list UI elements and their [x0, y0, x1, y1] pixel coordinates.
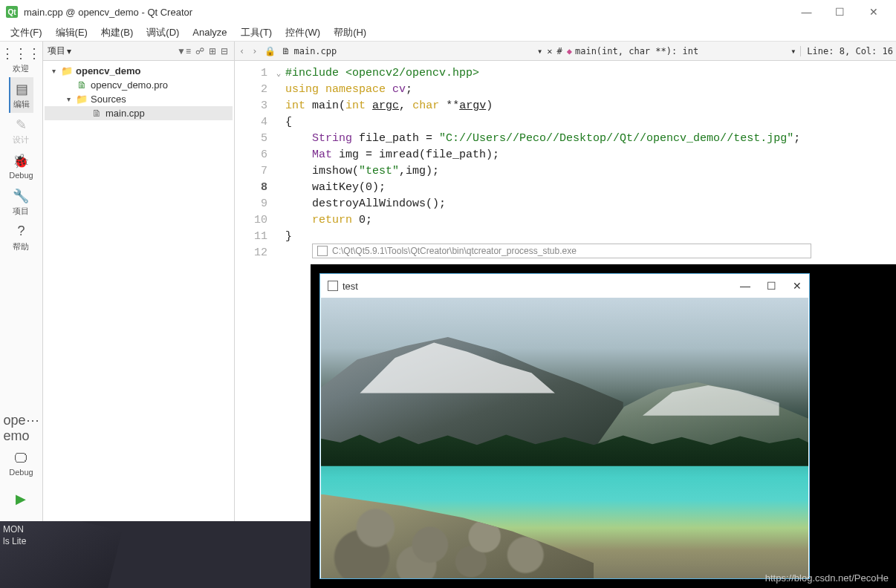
output-black-frame: test — ☐ ✕ https://blog.csdn.net/PecoHe	[311, 264, 896, 588]
nav-label: 项目	[13, 206, 29, 217]
projects-icon: 🔧	[13, 188, 29, 204]
panel-tool-2[interactable]: ⊞	[207, 46, 218, 56]
run-icon: ▶	[13, 491, 29, 507]
design-icon: ✎	[13, 117, 29, 133]
window-minimize-button[interactable]: —	[790, 1, 823, 22]
image-content	[321, 298, 808, 578]
tree-label: main.cpp	[105, 108, 145, 119]
nav-label: Debug	[9, 171, 33, 180]
img-maximize-button[interactable]: ☐	[767, 280, 776, 292]
console-icon	[317, 246, 328, 256]
split-button[interactable]: #	[556, 46, 562, 56]
process-path: C:\Qt\Qt5.9.1\Tools\QtCreator\bin\qtcrea…	[332, 246, 577, 256]
nav-back-button[interactable]: ‹	[238, 46, 246, 56]
process-stub-bar: C:\Qt\Qt5.9.1\Tools\QtCreator\bin\qtcrea…	[312, 244, 811, 258]
nav-label: 设计	[13, 134, 29, 146]
action-run[interactable]: ▶	[9, 481, 33, 517]
mode-sidebar: ⋮⋮⋮欢迎▤编辑✎设计🐞Debug🔧项目?帮助 ope⋯emo🖵Debug▶▶🐞…	[0, 42, 43, 588]
panel-tool-1[interactable]: ☍	[194, 46, 206, 56]
menu-7[interactable]: 帮助(H)	[328, 24, 372, 41]
kit-selector-icon: ope⋯emo	[13, 419, 29, 436]
nav-projects[interactable]: 🔧项目	[9, 184, 33, 220]
img-minimize-button[interactable]: —	[740, 280, 750, 292]
image-window-titlebar[interactable]: test — ☐ ✕	[320, 274, 809, 298]
file-name: main.cpp	[293, 46, 337, 56]
title-bar: Qt main.cpp @ opencv_demo - Qt Creator —…	[0, 0, 896, 24]
menu-2[interactable]: 构建(B)	[95, 24, 139, 41]
tree-caret-icon: ▾	[49, 67, 58, 75]
chevron-down-icon: ▾	[67, 46, 71, 56]
tree-label: opencv_demo	[76, 65, 140, 76]
window-title: main.cpp @ opencv_demo - Qt Creator	[24, 7, 192, 18]
project-panel-dropdown[interactable]: 项目 ▾	[48, 45, 71, 57]
tree-item[interactable]: 🗎main.cpp	[45, 106, 233, 120]
menu-6[interactable]: 控件(W)	[279, 24, 326, 41]
nav-label: 帮助	[13, 241, 29, 252]
nav-design[interactable]: ✎设计	[9, 113, 33, 148]
nav-label: 编辑	[13, 99, 30, 110]
action-kit-selector[interactable]: ope⋯emo	[9, 410, 33, 445]
img-close-button[interactable]: ✕	[793, 280, 802, 292]
tree-item[interactable]: ▾📁opencv_demo	[45, 64, 233, 78]
project-panel: 项目 ▾ ▼≡☍⊞⊟ ▾📁opencv_demo🗎opencv_demo.pro…	[43, 42, 235, 588]
file-dropdown[interactable]: 🗎 main.cpp ▾	[282, 46, 542, 56]
project-panel-header: 项目 ▾ ▼≡☍⊞⊟	[43, 42, 234, 61]
tree-node-icon: 📁	[76, 94, 88, 105]
window-maximize-button[interactable]: ☐	[823, 1, 857, 22]
project-tree[interactable]: ▾📁opencv_demo🗎opencv_demo.pro▾📁Sources🗎m…	[43, 61, 234, 569]
chevron-down-icon: ▾	[537, 46, 542, 56]
welcome-icon: ⋮⋮⋮	[13, 45, 29, 62]
lock-icon: 🔒	[263, 46, 277, 56]
tree-node-icon: 🗎	[91, 108, 103, 119]
help-icon: ?	[13, 223, 29, 240]
build-config-icon: 🖵	[13, 450, 29, 466]
cursor-position: Line: 8, Col: 16	[800, 46, 893, 56]
tree-label: Sources	[91, 94, 126, 105]
debug-icon: 🐞	[13, 153, 29, 169]
action-build-config[interactable]: 🖵Debug	[9, 445, 33, 481]
desktop-background-peek: MON ls Lite	[0, 521, 311, 588]
menu-1[interactable]: 编辑(E)	[50, 24, 94, 41]
nav-help[interactable]: ?帮助	[9, 220, 33, 255]
menu-4[interactable]: Analyze	[186, 25, 233, 39]
desktop-text-1: MON	[3, 524, 24, 535]
chevron-down-icon: ▾	[791, 46, 796, 56]
nav-forward-button[interactable]: ›	[250, 46, 259, 56]
tree-item[interactable]: 🗎opencv_demo.pro	[45, 78, 233, 92]
tree-node-icon: 🗎	[76, 79, 88, 91]
app-icon: Qt	[6, 6, 18, 18]
nav-debug[interactable]: 🐞Debug	[9, 148, 33, 184]
nav-welcome[interactable]: ⋮⋮⋮欢迎	[9, 42, 33, 77]
tree-label: opencv_demo.pro	[91, 79, 168, 91]
menu-3[interactable]: 调试(D)	[140, 24, 185, 41]
panel-tool-0[interactable]: ▼≡	[175, 46, 192, 56]
nav-edit[interactable]: ▤编辑	[9, 77, 33, 113]
file-icon: 🗎	[282, 46, 290, 56]
nav-label: 欢迎	[13, 63, 29, 74]
watermark: https://blog.csdn.net/PecoHe	[765, 572, 889, 584]
window-close-button[interactable]: ✕	[857, 1, 890, 22]
menu-bar: 文件(F)编辑(E)构建(B)调试(D)Analyze工具(T)控件(W)帮助(…	[0, 24, 896, 42]
image-window-title: test	[343, 281, 358, 292]
close-file-button[interactable]: ✕	[547, 46, 552, 56]
editor-toolbar: ‹ › 🔒 🗎 main.cpp ▾ ✕ # ◆ main(int, char …	[235, 42, 896, 61]
tree-node-icon: 📁	[61, 65, 73, 76]
nav-label: Debug	[9, 468, 33, 477]
symbol-icon: ◆	[567, 46, 572, 56]
menu-0[interactable]: 文件(F)	[4, 24, 48, 41]
window-icon	[328, 281, 338, 291]
symbol-dropdown[interactable]: ◆ main(int, char **): int ▾	[567, 46, 796, 56]
tree-caret-icon: ▾	[64, 95, 73, 103]
image-window[interactable]: test — ☐ ✕	[319, 273, 810, 579]
tree-item[interactable]: ▾📁Sources	[45, 92, 233, 106]
panel-tool-3[interactable]: ⊟	[219, 46, 230, 56]
edit-icon: ▤	[13, 81, 30, 97]
menu-5[interactable]: 工具(T)	[235, 24, 279, 41]
desktop-text-2: ls Lite	[3, 536, 26, 546]
